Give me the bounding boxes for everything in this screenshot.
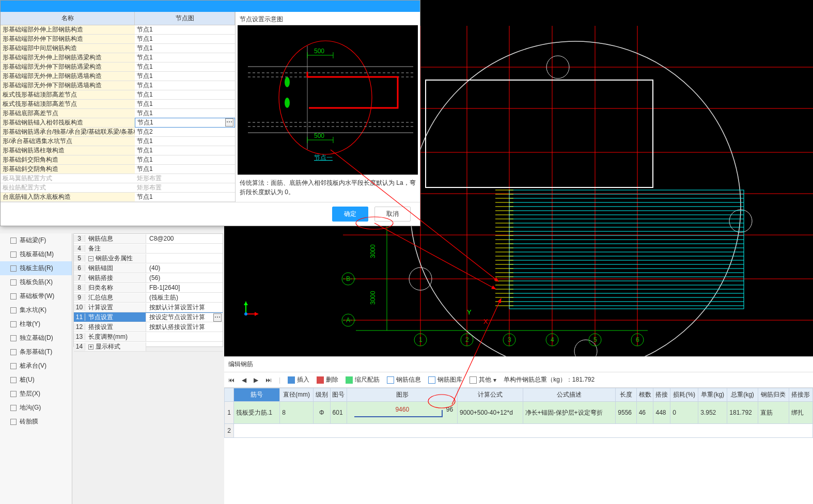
grid-row[interactable]: 形基础端部外伸下部钢筋构造节点1 (1, 35, 235, 44)
grid-row[interactable]: 形基础端部外伸上部钢筋构造节点1 (1, 25, 235, 35)
component-item[interactable]: 筏板主筋(R) (0, 261, 72, 275)
col-header[interactable]: 损耗(%) (670, 388, 698, 402)
grid-row[interactable]: 形基础端部无外伸下部钢筋遇墙构造节点1 (1, 81, 235, 90)
grid-row[interactable]: 台底筋锚入防水底板构造节点1 (1, 193, 235, 202)
col-header[interactable]: 级别 (313, 388, 330, 402)
component-item[interactable]: 柱墩(Y) (0, 317, 72, 331)
component-item[interactable]: 独立基础(D) (0, 331, 72, 345)
row-node[interactable]: 矩形布置 (135, 174, 235, 183)
grid-row[interactable]: 形/承台基础遇集水坑节点节点1 (1, 137, 235, 146)
component-item[interactable]: 筏板负筋(X) (0, 275, 72, 289)
property-row[interactable]: 3钢筋信息C8@200 (74, 234, 223, 244)
property-row[interactable]: 4备注 (74, 244, 223, 254)
col-header[interactable]: 总重(kg) (727, 388, 758, 402)
row-node[interactable]: 节点1 (135, 81, 235, 90)
component-item[interactable]: 条形基础(T) (0, 345, 72, 359)
row-node[interactable]: 节点1 (135, 72, 235, 81)
grid-row[interactable]: 形基础端部中间层钢筋构造节点1 (1, 44, 235, 53)
scale-button[interactable]: 缩尺配筋 (346, 375, 380, 384)
nav-first-icon[interactable]: ⏮ (228, 376, 234, 384)
insert-button[interactable]: 插入 (288, 375, 309, 384)
nav-prev-icon[interactable]: ◀ (242, 376, 246, 384)
row-node[interactable]: 节点1 (135, 53, 235, 62)
col-header[interactable]: 筋号 (234, 388, 280, 402)
row-node[interactable]: 节点1 (135, 118, 235, 128)
grid-row[interactable]: 形基础钢筋遇柱墩构造节点1 (1, 146, 235, 155)
row-node[interactable]: 节点1 (135, 193, 235, 201)
ok-button[interactable]: 确定 (332, 207, 368, 222)
svg-text:1: 1 (419, 336, 423, 343)
col-header[interactable]: 搭接 (653, 388, 670, 402)
col-header[interactable]: 单重(kg) (698, 388, 727, 402)
grid-row[interactable]: 形基础斜交阴角构造节点1 (1, 165, 235, 174)
component-item[interactable]: 桩(U) (0, 373, 72, 387)
col-header[interactable]: 公式描述 (523, 388, 616, 402)
component-item[interactable]: 基础梁(F) (0, 233, 72, 247)
component-item[interactable]: 筏板基础(M) (0, 247, 72, 261)
grid-row[interactable]: 形基础端部无外伸上部钢筋遇墙构造节点1 (1, 72, 235, 81)
nav-next-icon[interactable]: ▶ (254, 376, 258, 384)
property-row[interactable]: 10计算设置按默认计算设置计算 (74, 303, 223, 312)
row-node[interactable]: 节点1 (135, 165, 235, 174)
property-row[interactable]: 8归类名称FB-1[2640] (74, 283, 223, 293)
rebar-table[interactable]: 筋号直径(mm)级别图号图形计算公式公式描述长度根数搭接损耗(%)单重(kg)总… (224, 388, 813, 438)
grid-row[interactable]: 板马翼筋配置方式矩形布置 (1, 174, 235, 183)
grid-row[interactable]: 板式筏形基础顶部高差节点节点1 (1, 100, 235, 109)
grid-row[interactable]: 形基础斜交阳角构造节点1 (1, 155, 235, 165)
grid-row[interactable]: 形基础端部无外伸下部钢筋遇梁构造节点1 (1, 62, 235, 72)
col-header[interactable]: 计算公式 (458, 388, 523, 402)
property-panel: 3钢筋信息C8@2004备注5−钢筋业务属性6钢筋锚固(40)7钢筋搭接(56)… (73, 233, 223, 347)
component-item[interactable]: 砖胎膜 (0, 415, 72, 429)
component-item[interactable]: 集水坑(K) (0, 303, 72, 317)
lib-button[interactable]: 钢筋图库 (428, 375, 462, 384)
grid-row[interactable]: 形基础端部无外伸上部钢筋遇梁构造节点1 (1, 53, 235, 62)
component-item[interactable]: 桩承台(V) (0, 359, 72, 373)
table-row[interactable]: 2 (225, 424, 813, 438)
row-node[interactable]: 节点1 (135, 35, 235, 43)
row-node[interactable]: 节点1 (135, 62, 235, 71)
row-node[interactable]: 节点1 (135, 146, 235, 155)
other-button[interactable]: 其他 ▾ (470, 375, 496, 384)
grid-row[interactable]: 形基础底部高差节点节点1 (1, 109, 235, 118)
row-node[interactable]: 节点1 (135, 137, 235, 146)
row-node[interactable]: 节点2 (135, 128, 235, 136)
row-node[interactable]: 节点1 (135, 109, 235, 118)
delete-button[interactable]: 删除 (317, 375, 338, 384)
col-header[interactable]: 直径(mm) (280, 388, 313, 402)
row-node[interactable]: 节点1 (135, 155, 235, 164)
grid-row[interactable]: 形基础钢筋锚入相邻筏板构造节点1 (1, 118, 235, 128)
row-node[interactable]: 矩形布置 (135, 183, 235, 192)
plus-icon[interactable]: + (88, 344, 93, 350)
minus-icon[interactable]: − (88, 256, 93, 261)
col-header[interactable]: 根数 (636, 388, 653, 402)
info-button[interactable]: 钢筋信息 (387, 375, 421, 384)
property-row[interactable]: 6钢筋锚固(40) (74, 263, 223, 273)
component-item[interactable]: 基础板带(W) (0, 289, 72, 303)
row-node[interactable]: 节点1 (135, 44, 235, 53)
col-header[interactable]: 图形 (347, 388, 458, 402)
property-row[interactable]: 11节点设置按设定节点设置计算 (74, 312, 223, 322)
grid-row[interactable]: 板式筏形基础顶部高差节点节点1 (1, 90, 235, 100)
property-row[interactable]: 5−钢筋业务属性 (74, 254, 223, 263)
row-node[interactable]: 节点1 (135, 25, 235, 34)
row-node[interactable]: 节点1 (135, 100, 235, 108)
property-row[interactable]: 7钢筋搭接(56) (74, 273, 223, 283)
component-item[interactable]: 地沟(G) (0, 401, 72, 415)
row-node[interactable]: 节点1 (135, 90, 235, 99)
col-header[interactable]: 图号 (330, 388, 347, 402)
grid-row[interactable]: 板拉筋配置方式矩形布置 (1, 183, 235, 193)
col-header[interactable]: 搭接形 (789, 388, 812, 402)
property-row[interactable]: 12搭接设置按默认搭接设置计算 (74, 322, 223, 332)
table-row[interactable]: 1 筏板受力筋.1 8 Φ 601 9460 96 9000+500-40+12… (225, 402, 813, 424)
nav-last-icon[interactable]: ⏭ (265, 376, 272, 384)
cancel-button[interactable]: 取消 (374, 207, 411, 222)
property-row[interactable]: 13长度调整(mm) (74, 332, 223, 342)
component-label: 桩(U) (20, 375, 35, 384)
property-row[interactable]: 9汇总信息(筏板主筋) (74, 293, 223, 303)
property-row[interactable]: 14+显示样式 (74, 342, 223, 352)
col-header[interactable]: 钢筋归类 (758, 388, 789, 402)
dialog-titlebar[interactable] (1, 1, 420, 12)
component-item[interactable]: 垫层(X) (0, 387, 72, 401)
grid-row[interactable]: 形基础钢筋遇承台/独基/承台梁/基础联系梁/条基构造节点2 (1, 128, 235, 137)
col-header[interactable]: 长度 (616, 388, 636, 402)
